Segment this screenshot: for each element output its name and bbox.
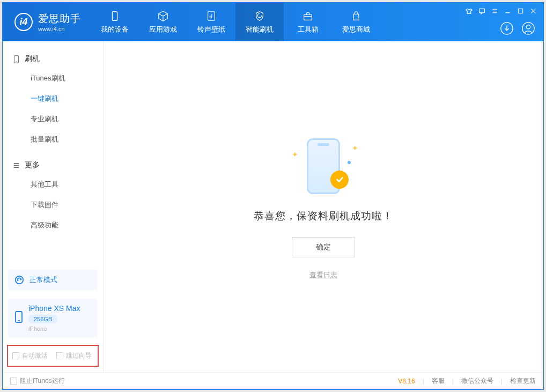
- nav-label: 我的设备: [101, 25, 129, 34]
- nav-toolbox[interactable]: 工具箱: [284, 3, 332, 41]
- close-icon[interactable]: [529, 7, 537, 14]
- svg-point-6: [522, 23, 534, 34]
- checkbox-icon: [10, 378, 17, 384]
- device-type: iPhone: [28, 326, 80, 332]
- checkbox-icon: [56, 352, 63, 359]
- sidebar-group-header[interactable]: 刷机: [3, 50, 103, 68]
- sidebar-item-batch-flash[interactable]: 批量刷机: [3, 129, 103, 150]
- svg-point-7: [526, 25, 530, 29]
- download-icon[interactable]: [499, 21, 514, 36]
- app-window: i4 爱思助手 www.i4.cn 我的设备 应用游戏 铃声壁纸 智能刷机: [2, 2, 544, 390]
- nav-label: 爱思商城: [342, 25, 370, 34]
- list-icon: [12, 161, 20, 169]
- view-log-link[interactable]: 查看日志: [309, 270, 337, 280]
- checkbox-label: 跳过向导: [66, 351, 92, 360]
- toolbox-icon: [301, 10, 314, 23]
- store-icon: [350, 10, 363, 23]
- sidebar-item-itunes-flash[interactable]: iTunes刷机: [3, 68, 103, 88]
- checkbox-skip-guide[interactable]: 跳过向导: [56, 351, 92, 360]
- checkbox-icon: [12, 352, 19, 359]
- shield-icon: [253, 10, 266, 23]
- checkbox-block-itunes[interactable]: 阻止iTunes运行: [10, 376, 65, 386]
- svg-rect-1: [208, 12, 215, 21]
- svg-rect-2: [304, 14, 312, 20]
- sidebar-group-title: 更多: [25, 160, 40, 170]
- header-user-area: [499, 21, 536, 36]
- sidebar-group-header[interactable]: 更多: [3, 156, 103, 174]
- footer-link-wechat[interactable]: 微信公众号: [461, 376, 493, 386]
- logo-icon: i4: [14, 13, 33, 31]
- minimize-icon[interactable]: [504, 7, 511, 14]
- footer: 阻止iTunes运行 V8.16 | 客服 | 微信公众号 | 检查更新: [3, 372, 543, 389]
- sidebar-item-pro-flash[interactable]: 专业刷机: [3, 109, 103, 129]
- footer-link-update[interactable]: 检查更新: [510, 376, 536, 386]
- sidebar-item-other-tools[interactable]: 其他工具: [3, 174, 103, 195]
- nav-label: 铃声壁纸: [197, 25, 225, 34]
- sidebar-group-title: 刷机: [25, 54, 40, 64]
- mode-icon: [14, 275, 24, 285]
- svg-rect-4: [518, 9, 522, 13]
- svg-point-10: [16, 276, 23, 284]
- nav-label: 工具箱: [298, 25, 319, 34]
- nav-my-device[interactable]: 我的设备: [91, 3, 139, 41]
- shirt-icon[interactable]: [465, 7, 473, 14]
- sidebar-group-flash: 刷机 iTunes刷机 一键刷机 专业刷机 批量刷机: [3, 47, 103, 153]
- brand-name: 爱思助手: [38, 12, 81, 26]
- device-info-box[interactable]: iPhone XS Max 256GB iPhone: [8, 299, 98, 337]
- maximize-icon[interactable]: [517, 7, 524, 14]
- nav-store[interactable]: 爱思商城: [332, 3, 380, 41]
- phone-icon: [12, 55, 20, 63]
- brand-site: www.i4.cn: [38, 26, 81, 32]
- sparkle-icon: ✦: [292, 150, 298, 159]
- header: i4 爱思助手 www.i4.cn 我的设备 应用游戏 铃声壁纸 智能刷机: [3, 3, 543, 41]
- sidebar-item-advanced[interactable]: 高级功能: [3, 215, 103, 235]
- footer-link-support[interactable]: 客服: [432, 376, 445, 386]
- cube-icon: [157, 10, 169, 23]
- device-mode-box[interactable]: 正常模式: [8, 270, 98, 290]
- main-nav: 我的设备 应用游戏 铃声壁纸 智能刷机 工具箱 爱思商城: [91, 3, 380, 41]
- nav-apps-games[interactable]: 应用游戏: [139, 3, 187, 41]
- nav-ringtones-wallpapers[interactable]: 铃声壁纸: [187, 3, 235, 41]
- checkbox-label: 阻止iTunes运行: [20, 376, 65, 386]
- highlighted-options: 自动激活 跳过向导: [7, 345, 99, 367]
- ok-button[interactable]: 确定: [292, 237, 355, 257]
- svg-rect-0: [112, 12, 117, 21]
- sparkle-icon: [348, 161, 351, 164]
- success-message: 恭喜您，保资料刷机成功啦！: [254, 209, 393, 223]
- sidebar-item-oneclick-flash[interactable]: 一键刷机: [3, 88, 103, 109]
- nav-smart-flash[interactable]: 智能刷机: [235, 3, 284, 41]
- device-name: iPhone XS Max: [28, 304, 80, 313]
- music-icon: [205, 10, 218, 23]
- user-icon[interactable]: [521, 21, 536, 36]
- feedback-icon[interactable]: [478, 7, 485, 14]
- checkbox-auto-activate[interactable]: 自动激活: [12, 351, 48, 360]
- logo[interactable]: i4 爱思助手 www.i4.cn: [3, 12, 91, 32]
- menu-icon[interactable]: [491, 7, 498, 14]
- window-controls: [465, 7, 537, 14]
- nav-label: 应用游戏: [149, 25, 177, 34]
- phone-icon: [14, 311, 23, 325]
- main-content: ✦ ✦ 恭喜您，保资料刷机成功啦！ 确定 查看日志: [104, 41, 543, 372]
- sidebar-group-more: 更多 其他工具 下载固件 高级功能: [3, 153, 103, 239]
- version-label: V8.16: [398, 378, 415, 385]
- device-icon: [108, 10, 121, 23]
- success-illustration: ✦ ✦: [289, 134, 358, 198]
- sparkle-icon: ✦: [352, 144, 358, 152]
- sidebar: 刷机 iTunes刷机 一键刷机 专业刷机 批量刷机 更多 其他工具 下载固件 …: [3, 41, 104, 372]
- sidebar-item-download-firmware[interactable]: 下载固件: [3, 195, 103, 215]
- svg-rect-3: [479, 9, 484, 12]
- check-badge-icon: [330, 171, 349, 189]
- flash-result: ✦ ✦ 恭喜您，保资料刷机成功啦！ 确定 查看日志: [254, 134, 393, 280]
- checkbox-label: 自动激活: [22, 351, 48, 360]
- nav-label: 智能刷机: [246, 25, 274, 34]
- device-capacity: 256GB: [28, 315, 57, 323]
- device-mode-label: 正常模式: [29, 275, 57, 285]
- body: 刷机 iTunes刷机 一键刷机 专业刷机 批量刷机 更多 其他工具 下载固件 …: [3, 41, 543, 372]
